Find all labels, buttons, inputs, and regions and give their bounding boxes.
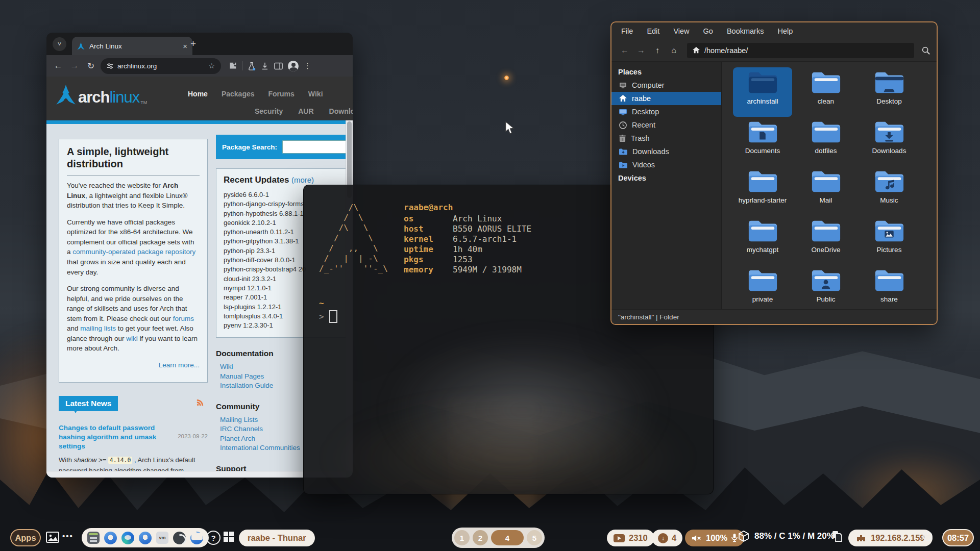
fm-back-icon[interactable]: ← [618, 46, 632, 55]
menu-file[interactable]: File [621, 27, 633, 35]
archlinux-logo[interactable]: archlinux TM [56, 85, 147, 105]
nav-download[interactable]: Download [329, 107, 353, 115]
file-pictures[interactable]: Pictures [860, 216, 919, 265]
system-stats[interactable]: 88% / C 1% / M 20% [738, 531, 835, 542]
apps-button[interactable]: Apps [10, 529, 41, 546]
workspace-2[interactable]: 2 [473, 530, 488, 545]
profile-avatar-icon[interactable] [288, 61, 299, 71]
file-hyprland-starter[interactable]: hyprland-starter [733, 166, 792, 216]
sidebar-item-recent[interactable]: Recent [611, 118, 721, 132]
tab-close-icon[interactable]: × [183, 42, 187, 51]
wiki-link[interactable]: wiki [126, 335, 138, 342]
nav-aur[interactable]: AUR [298, 107, 313, 115]
package-search-input[interactable] [282, 140, 347, 154]
mailing-lists-link[interactable]: Mailing Lists [220, 416, 258, 423]
reload-icon[interactable]: ↻ [84, 61, 97, 71]
more-apps-icon[interactable]: ••• [62, 532, 74, 540]
fm-home-icon[interactable]: ⌂ [667, 46, 681, 55]
rss-icon[interactable] [197, 399, 204, 406]
workspace-1[interactable]: 1 [454, 530, 470, 545]
flask-icon[interactable] [248, 62, 256, 70]
file-dotfiles[interactable]: dotfiles [796, 117, 855, 166]
nav-security[interactable]: Security [255, 107, 283, 115]
more-link[interactable]: (more) [291, 176, 314, 184]
path-bar[interactable]: /home/raabe/ [687, 43, 914, 58]
network-widget[interactable]: 192.168.2.159 [848, 530, 933, 546]
file-music[interactable]: Music [860, 166, 919, 216]
windows-logo-icon[interactable] [224, 532, 234, 542]
news-title-link[interactable]: Changes to default password hashing algo… [59, 423, 170, 452]
download-icon[interactable] [261, 62, 269, 70]
nav-forums[interactable]: Forums [268, 90, 295, 98]
doc-install-guide-link[interactable]: Installation Guide [220, 382, 273, 389]
repository-link[interactable]: community-operated package repository [72, 248, 195, 256]
url-bar[interactable]: archlinux.org ☆ [101, 58, 221, 74]
opera-icon[interactable] [104, 532, 117, 544]
menu-edit[interactable]: Edit [647, 27, 659, 35]
intl-communities-link[interactable]: International Communities [220, 444, 300, 452]
mailing-lists-link[interactable]: mailing lists [80, 324, 116, 332]
fm-forward-icon[interactable]: → [634, 46, 648, 55]
file-downloads[interactable]: Downloads [860, 117, 919, 166]
sidebar-item-downloads[interactable]: Downloads [611, 145, 721, 158]
file-documents[interactable]: Documents [733, 117, 792, 166]
forums-link[interactable]: forums [173, 315, 194, 322]
file-archinstall[interactable]: archinstall [733, 67, 792, 117]
planet-arch-link[interactable]: Planet Arch [220, 435, 255, 442]
opera-beta-icon[interactable] [139, 532, 152, 544]
nav-packages[interactable]: Packages [222, 90, 255, 98]
clock-widget[interactable]: 08:57 [942, 529, 974, 546]
irc-channels-link[interactable]: IRC Channels [220, 425, 263, 433]
menu-go[interactable]: Go [703, 27, 713, 35]
file-public[interactable]: Public [796, 265, 855, 315]
fm-up-icon[interactable]: ↑ [650, 46, 665, 55]
youtube-widget[interactable]: 2310 [607, 530, 654, 546]
horizontal-scrollbar[interactable] [46, 471, 346, 478]
doc-manual-pages-link[interactable]: Manual Pages [220, 372, 264, 380]
nav-home[interactable]: Home [188, 90, 208, 98]
menu-help[interactable]: Help [777, 27, 793, 35]
menu-kebab-icon[interactable]: ⋮ [304, 61, 311, 70]
file-private[interactable]: private [733, 265, 792, 315]
back-icon[interactable]: ← [52, 61, 65, 71]
file-mychatgpt[interactable]: mychatgpt [733, 216, 792, 265]
volume-widget[interactable]: 100% [685, 530, 744, 546]
file-manager-launcher-icon[interactable] [191, 531, 203, 540]
new-tab-button[interactable]: + [190, 39, 196, 48]
archive-manager-icon[interactable] [87, 532, 100, 544]
vmware-icon[interactable]: vm [156, 532, 168, 544]
bookmark-star-icon[interactable]: ☆ [208, 62, 215, 70]
extensions-icon[interactable] [228, 62, 237, 70]
help-icon[interactable]: ? [206, 531, 220, 545]
menu-bookmarks[interactable]: Bookmarks [727, 27, 764, 35]
forward-icon[interactable]: → [68, 61, 81, 71]
sidebar-item-raabe[interactable]: raabe [611, 92, 721, 105]
side-panel-icon[interactable] [274, 62, 283, 70]
obs-studio-icon[interactable] [173, 532, 186, 544]
sidebar-item-videos[interactable]: Videos [611, 158, 721, 171]
clipboard-icon[interactable] [832, 531, 842, 542]
prompt-line[interactable]: > [319, 310, 337, 323]
power-icon[interactable] [922, 531, 933, 542]
sidebar-item-desktop[interactable]: Desktop [611, 105, 721, 118]
site-settings-icon[interactable] [107, 63, 113, 69]
edge-browser-icon[interactable] [121, 532, 134, 544]
doc-wiki-link[interactable]: Wiki [220, 363, 233, 370]
file-clean[interactable]: clean [796, 67, 855, 117]
sidebar-item-trash[interactable]: Trash [611, 132, 721, 145]
file-mail[interactable]: Mail [796, 166, 855, 216]
file-desktop[interactable]: Desktop [860, 67, 919, 117]
updates-widget[interactable]: ↓ 4 [652, 530, 682, 546]
browser-tab[interactable]: Arch Linux × [72, 37, 192, 55]
tab-search-chevron-icon[interactable]: ˅ [53, 37, 66, 51]
file-onedrive[interactable]: OneDrive [796, 216, 855, 265]
wallpaper-picker-icon[interactable] [46, 532, 59, 543]
workspace-5[interactable]: 5 [527, 530, 542, 545]
search-icon[interactable] [921, 46, 930, 55]
menu-view[interactable]: View [673, 27, 689, 35]
nav-wiki[interactable]: Wiki [308, 90, 323, 98]
sidebar-item-computer[interactable]: Computer [611, 79, 721, 92]
active-window-button[interactable]: raabe - Thunar [239, 530, 315, 546]
workspace-4-active[interactable]: 4 [491, 530, 524, 545]
file-share[interactable]: share [860, 265, 919, 315]
